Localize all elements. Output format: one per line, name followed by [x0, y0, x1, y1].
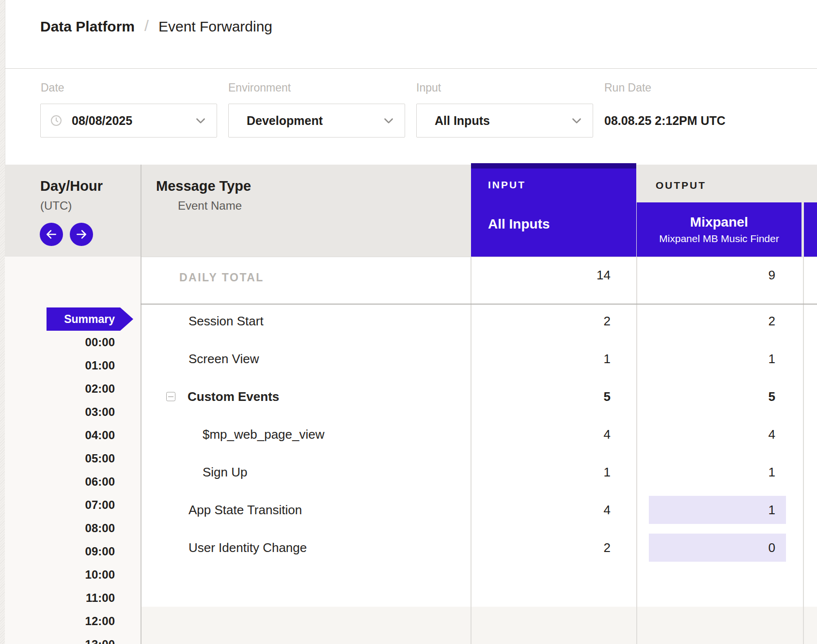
hour-item[interactable]: 00:00: [5, 331, 115, 354]
input-header-accent-strip: [471, 163, 636, 169]
input-count: 4: [471, 427, 611, 442]
hour-item[interactable]: 10:00: [5, 563, 115, 586]
breadcrumb-separator: /: [144, 17, 149, 35]
hour-item[interactable]: 06:00: [5, 470, 115, 493]
event-name-subtitle: Event Name: [178, 199, 242, 213]
day-hour-title: Day/Hour: [40, 178, 103, 194]
run-date-label: Run Date: [604, 81, 651, 94]
input-label: Input: [416, 81, 441, 94]
input-column-header: INPUT All Inputs: [471, 163, 636, 257]
output-count: 2: [637, 314, 775, 329]
input-count: 2: [471, 314, 611, 329]
chevron-down-icon: [570, 114, 583, 127]
output-count: 1: [769, 503, 775, 518]
daily-total-output-value: 9: [637, 268, 775, 283]
date-value: 08/08/2025: [72, 114, 194, 128]
event-name: $mp_web_page_view: [203, 427, 325, 442]
previous-day-button[interactable]: [40, 223, 63, 246]
table-row: User Identity Change20: [141, 529, 817, 567]
output-column-header: Mixpanel Mixpanel MB Music Finder: [637, 202, 801, 257]
empty-grid-area: [141, 607, 817, 644]
header-divider: [5, 68, 817, 69]
next-day-button[interactable]: [70, 223, 93, 246]
table-row: Session Start22: [141, 302, 817, 340]
event-name: App State Transition: [189, 503, 302, 518]
table-row: $mp_web_page_view44: [141, 415, 817, 453]
hour-item[interactable]: 04:00: [5, 424, 115, 447]
event-name: Screen View: [189, 352, 259, 367]
run-date-value: 08.08.25 2:12PM UTC: [604, 104, 725, 138]
message-type-title: Message Type: [156, 178, 251, 194]
breadcrumb-section[interactable]: Data Platform: [40, 18, 135, 35]
output-count: 1: [637, 352, 775, 367]
output-count: 5: [637, 389, 775, 404]
input-count: 1: [471, 352, 611, 367]
hour-item[interactable]: 07:00: [5, 493, 115, 517]
table-row: Custom Events55: [141, 378, 817, 415]
event-name: User Identity Change: [189, 540, 307, 555]
environment-select[interactable]: Development: [228, 104, 405, 138]
hour-item[interactable]: 08:00: [5, 517, 115, 540]
arrow-right-icon: [75, 228, 88, 241]
date-select[interactable]: 08/08/2025: [40, 104, 217, 138]
input-kicker: INPUT: [488, 179, 526, 191]
hour-item[interactable]: 11:00: [5, 586, 115, 610]
date-label: Date: [41, 81, 64, 94]
page-title: Event Forwarding: [158, 18, 272, 35]
output-column-subtitle: Mixpanel MB Music Finder: [659, 233, 779, 245]
output-kicker: OUTPUT: [656, 180, 706, 191]
table-row: Sign Up11: [141, 453, 817, 491]
clock-icon: [41, 115, 72, 126]
environment-value: Development: [247, 114, 382, 128]
hour-list: 00:0001:0002:0003:0004:0005:0006:0007:00…: [5, 331, 115, 644]
collapse-icon[interactable]: [166, 392, 175, 401]
table-row: App State Transition41: [141, 491, 817, 529]
hour-item[interactable]: 01:00: [5, 354, 115, 377]
input-value: All Inputs: [435, 114, 570, 128]
chevron-down-icon: [194, 114, 207, 127]
output-count: 4: [637, 427, 775, 442]
input-count: 1: [471, 465, 611, 480]
hour-item[interactable]: 09:00: [5, 540, 115, 563]
output-column-name: Mixpanel: [690, 215, 748, 230]
input-select[interactable]: All Inputs: [416, 104, 593, 138]
event-name: Sign Up: [203, 465, 248, 480]
hour-item[interactable]: 03:00: [5, 400, 115, 424]
event-forwarding-page: Data Platform / Event Forwarding Date En…: [0, 0, 817, 644]
hour-item[interactable]: 02:00: [5, 377, 115, 400]
highlighted-output-cell: 1: [649, 496, 786, 524]
daily-total-input-value: 14: [471, 268, 611, 283]
summary-tab-arrow: [120, 307, 133, 331]
breadcrumb: Data Platform / Event Forwarding: [40, 17, 272, 35]
input-count: 4: [471, 503, 611, 518]
event-name: Custom Events: [188, 389, 279, 404]
input-count: 5: [471, 389, 611, 404]
input-column-name: All Inputs: [488, 216, 550, 232]
daily-total-label: DAILY TOTAL: [179, 271, 264, 284]
event-rows: Session Start22Screen View11Custom Event…: [141, 302, 817, 567]
summary-tab[interactable]: Summary: [47, 307, 120, 331]
table-row: Screen View11: [141, 340, 817, 378]
next-output-column-partial: [804, 202, 817, 257]
chevron-down-icon: [382, 114, 395, 127]
hour-item[interactable]: 13:00: [5, 633, 115, 644]
highlighted-output-cell: 0: [649, 534, 786, 562]
hour-item[interactable]: 05:00: [5, 447, 115, 470]
event-name: Session Start: [189, 314, 264, 329]
day-hour-subtitle: (UTC): [40, 199, 72, 213]
output-count: 0: [769, 540, 775, 555]
output-count: 1: [637, 465, 775, 480]
environment-label: Environment: [228, 81, 291, 94]
input-count: 2: [471, 540, 611, 555]
hour-item[interactable]: 12:00: [5, 610, 115, 633]
arrow-left-icon: [45, 228, 58, 241]
